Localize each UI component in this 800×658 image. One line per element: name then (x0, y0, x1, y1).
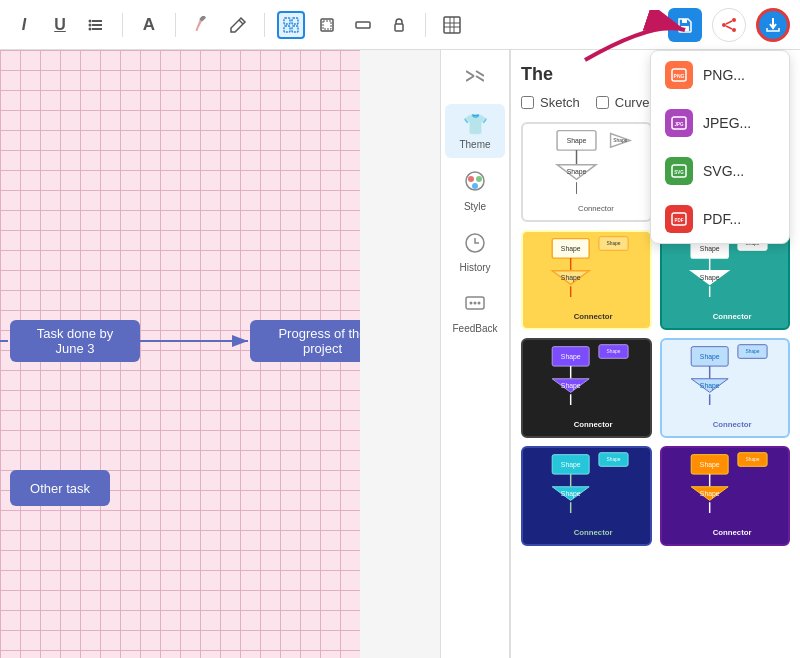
export-svg-item[interactable]: SVG SVG... (651, 147, 789, 195)
crop-button[interactable] (313, 11, 341, 39)
save-button[interactable] (668, 8, 702, 42)
export-jpeg-item[interactable]: JPG JPEG... (651, 99, 789, 147)
pdf-icon: PDF (665, 205, 693, 233)
svg-point-5 (89, 27, 92, 30)
svg-text:Shape: Shape (561, 490, 581, 498)
svg-rect-16 (444, 17, 460, 33)
separator2 (175, 13, 176, 37)
font-size-button[interactable]: A (135, 11, 163, 39)
theme-card-dark[interactable]: Shape Shape Shape Connector (521, 338, 652, 438)
svg-point-42 (470, 302, 473, 305)
svg-text:Shape: Shape (699, 245, 719, 253)
canvas-area[interactable]: Task done by June 3 Progress of the proj… (0, 50, 360, 658)
side-nav: 👕 Theme Style History FeedBack (440, 50, 510, 658)
svg-rect-11 (292, 26, 298, 32)
sketch-input[interactable] (521, 96, 534, 109)
svg-text:Shape: Shape (606, 349, 620, 354)
svg-text:Connector: Connector (712, 528, 751, 537)
separator4 (425, 13, 426, 37)
theme-card-light-blue[interactable]: Shape Shape Shape Connector (660, 338, 791, 438)
theme-card-teal[interactable]: Shape Shape Shape Connector (660, 230, 791, 330)
svg-rect-8 (284, 18, 290, 24)
svg-text:Connector: Connector (712, 420, 751, 429)
svg-text:Shape: Shape (567, 168, 587, 176)
style-icon (464, 170, 486, 198)
svg-point-23 (732, 18, 736, 22)
collapse-button[interactable] (457, 58, 493, 94)
sidebar-item-feedback-label: FeedBack (452, 323, 497, 334)
node-task-done[interactable]: Task done by June 3 (10, 320, 140, 362)
separator (122, 13, 123, 37)
svg-text:PDF: PDF (675, 218, 684, 223)
svg-text:Connector: Connector (712, 312, 751, 321)
svg-line-26 (726, 21, 732, 24)
export-jpeg-label: JPEG... (703, 115, 751, 131)
svg-text:Connector: Connector (574, 420, 613, 429)
svg-rect-9 (292, 18, 298, 24)
svg-text:Shape: Shape (613, 138, 627, 143)
paint-button[interactable] (188, 11, 216, 39)
export-pdf-item[interactable]: PDF PDF... (651, 195, 789, 243)
pen-button[interactable] (224, 11, 252, 39)
grid-button[interactable] (438, 11, 466, 39)
svg-text:Shape: Shape (561, 461, 581, 469)
png-icon: PNG (665, 61, 693, 89)
svg-text:Shape: Shape (699, 274, 719, 282)
svg-point-44 (478, 302, 481, 305)
curved-checkbox[interactable]: Curved (596, 95, 657, 110)
svg-point-38 (476, 176, 482, 182)
share-button[interactable] (712, 8, 746, 42)
export-button[interactable] (756, 8, 790, 42)
svg-rect-21 (681, 26, 689, 31)
svg-text:Shape: Shape (699, 490, 719, 498)
svg-point-3 (89, 19, 92, 22)
sidebar-item-history[interactable]: History (445, 224, 505, 281)
svg-point-39 (472, 183, 478, 189)
svg-rect-15 (395, 24, 403, 31)
svg-text:Connector: Connector (574, 312, 613, 321)
sidebar-item-theme[interactable]: 👕 Theme (445, 104, 505, 158)
svg-text:Shape: Shape (561, 353, 581, 361)
theme-card-purple[interactable]: Shape Shape Shape Connector (660, 446, 791, 546)
svg-line-32 (466, 71, 474, 76)
jpeg-icon: JPG (665, 109, 693, 137)
svg-text:Connector: Connector (578, 204, 614, 213)
feedback-icon (464, 293, 486, 320)
curved-input[interactable] (596, 96, 609, 109)
underline-button[interactable]: U (46, 11, 74, 39)
svg-text:Shape: Shape (699, 382, 719, 390)
theme-card-yellow[interactable]: Shape Shape Shape Connector (521, 230, 652, 330)
svg-text:Shape: Shape (745, 349, 759, 354)
theme-card-default[interactable]: Shape Shape Shape Connector (521, 122, 652, 222)
svg-line-7 (239, 20, 243, 24)
svg-rect-13 (323, 21, 331, 29)
svg-text:Shape: Shape (606, 457, 620, 462)
move-button[interactable] (349, 11, 377, 39)
svg-text:Shape: Shape (567, 137, 587, 145)
svg-line-35 (476, 76, 484, 81)
svg-point-37 (468, 176, 474, 182)
export-png-item[interactable]: PNG PNG... (651, 51, 789, 99)
export-dropdown: PNG PNG... JPG JPEG... SVG SVG... PDF PD… (650, 50, 790, 244)
svg-rect-14 (356, 22, 370, 28)
toolbar-right (668, 8, 790, 42)
export-pdf-label: PDF... (703, 211, 741, 227)
svg-text:Shape: Shape (561, 274, 581, 282)
lock-button[interactable] (385, 11, 413, 39)
sidebar-item-style[interactable]: Style (445, 162, 505, 220)
sketch-checkbox[interactable]: Sketch (521, 95, 580, 110)
italic-button[interactable]: I (10, 11, 38, 39)
svg-text:Shape: Shape (606, 241, 620, 246)
svg-point-4 (89, 23, 92, 26)
select-button[interactable] (277, 11, 305, 39)
list-button[interactable] (82, 11, 110, 39)
svg-text:Shape: Shape (699, 461, 719, 469)
sidebar-item-feedback[interactable]: FeedBack (445, 285, 505, 342)
svg-text:Shape: Shape (699, 353, 719, 361)
node-progress[interactable]: Progress of the project (250, 320, 360, 362)
svg-line-34 (476, 71, 484, 76)
svg-line-27 (726, 26, 732, 29)
theme-icon: 👕 (463, 112, 488, 136)
node-other-task[interactable]: Other task (10, 470, 110, 506)
theme-card-dark-blue[interactable]: Shape Shape Shape Connector (521, 446, 652, 546)
